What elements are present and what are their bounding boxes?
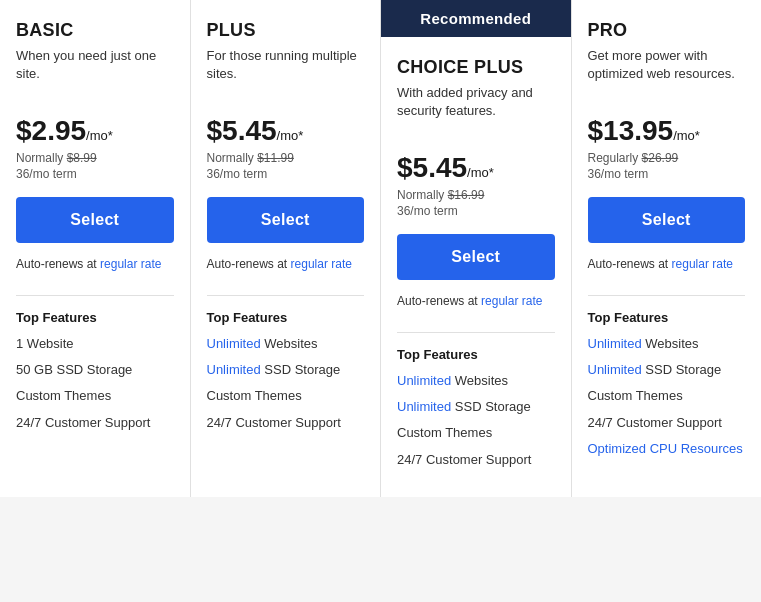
plan-name-pro: PRO [588, 20, 746, 41]
price-row-pro: $13.95/mo* [588, 115, 746, 147]
feature-highlight-pro-4: Optimized CPU Resources [588, 441, 743, 456]
feature-highlight-plus-0: Unlimited [207, 336, 261, 351]
price-main-basic: $2.95 [16, 115, 86, 146]
feature-item-choice-plus-1: Unlimited SSD Storage [397, 398, 555, 416]
feature-item-basic-0: 1 Website [16, 335, 174, 353]
price-main-plus: $5.45 [207, 115, 277, 146]
price-row-plus: $5.45/mo* [207, 115, 365, 147]
price-period-basic: /mo* [86, 128, 113, 143]
feature-item-plus-1: Unlimited SSD Storage [207, 361, 365, 379]
features-label-plus: Top Features [207, 310, 365, 325]
price-period-plus: /mo* [277, 128, 304, 143]
price-normal-choice-plus: Normally $16.99 [397, 188, 555, 202]
divider-basic [16, 295, 174, 296]
pricing-container: BASIC When you need just one site. $2.95… [0, 0, 761, 497]
auto-renews-basic: Auto-renews at regular rate [16, 257, 174, 271]
plan-col-plus: PLUS For those running multiple sites. $… [191, 0, 382, 497]
feature-item-pro-3: 24/7 Customer Support [588, 414, 746, 432]
divider-pro [588, 295, 746, 296]
feature-item-plus-0: Unlimited Websites [207, 335, 365, 353]
regular-rate-link-choice-plus[interactable]: regular rate [481, 294, 542, 308]
price-normal-basic: Normally $8.99 [16, 151, 174, 165]
price-normal-plus: Normally $11.99 [207, 151, 365, 165]
regular-rate-link-basic[interactable]: regular rate [100, 257, 161, 271]
select-button-pro[interactable]: Select [588, 197, 746, 243]
feature-highlight-plus-1: Unlimited [207, 362, 261, 377]
feature-item-plus-3: 24/7 Customer Support [207, 414, 365, 432]
feature-highlight-choice-plus-1: Unlimited [397, 399, 451, 414]
price-row-basic: $2.95/mo* [16, 115, 174, 147]
plan-name-plus: PLUS [207, 20, 365, 41]
plan-desc-pro: Get more power with optimized web resour… [588, 47, 746, 103]
plan-col-choice-plus: Recommended CHOICE PLUS With added priva… [381, 0, 572, 497]
divider-choice-plus [397, 332, 555, 333]
features-label-choice-plus: Top Features [397, 347, 555, 362]
plan-name-basic: BASIC [16, 20, 174, 41]
feature-highlight-choice-plus-0: Unlimited [397, 373, 451, 388]
regular-rate-link-plus[interactable]: regular rate [291, 257, 352, 271]
price-row-choice-plus: $5.45/mo* [397, 152, 555, 184]
auto-renews-choice-plus: Auto-renews at regular rate [397, 294, 555, 308]
price-term-basic: 36/mo term [16, 167, 174, 181]
plan-col-basic: BASIC When you need just one site. $2.95… [0, 0, 191, 497]
select-button-plus[interactable]: Select [207, 197, 365, 243]
feature-item-basic-3: 24/7 Customer Support [16, 414, 174, 432]
feature-item-basic-2: Custom Themes [16, 387, 174, 405]
feature-highlight-pro-0: Unlimited [588, 336, 642, 351]
price-main-pro: $13.95 [588, 115, 674, 146]
select-button-choice-plus[interactable]: Select [397, 234, 555, 280]
features-label-basic: Top Features [16, 310, 174, 325]
select-button-basic[interactable]: Select [16, 197, 174, 243]
price-term-choice-plus: 36/mo term [397, 204, 555, 218]
plan-desc-basic: When you need just one site. [16, 47, 174, 103]
plan-desc-plus: For those running multiple sites. [207, 47, 365, 103]
feature-item-pro-1: Unlimited SSD Storage [588, 361, 746, 379]
auto-renews-pro: Auto-renews at regular rate [588, 257, 746, 271]
price-term-plus: 36/mo term [207, 167, 365, 181]
feature-item-pro-2: Custom Themes [588, 387, 746, 405]
feature-item-choice-plus-2: Custom Themes [397, 424, 555, 442]
feature-item-pro-0: Unlimited Websites [588, 335, 746, 353]
auto-renews-plus: Auto-renews at regular rate [207, 257, 365, 271]
price-normal-pro: Regularly $26.99 [588, 151, 746, 165]
features-label-pro: Top Features [588, 310, 746, 325]
feature-item-plus-2: Custom Themes [207, 387, 365, 405]
divider-plus [207, 295, 365, 296]
price-period-pro: /mo* [673, 128, 700, 143]
feature-highlight-pro-1: Unlimited [588, 362, 642, 377]
feature-item-choice-plus-3: 24/7 Customer Support [397, 451, 555, 469]
plan-desc-choice-plus: With added privacy and security features… [397, 84, 555, 140]
plan-name-choice-plus: CHOICE PLUS [397, 57, 555, 78]
plan-col-pro: PRO Get more power with optimized web re… [572, 0, 762, 497]
price-period-choice-plus: /mo* [467, 165, 494, 180]
feature-item-basic-1: 50 GB SSD Storage [16, 361, 174, 379]
feature-item-pro-4: Optimized CPU Resources [588, 440, 746, 458]
price-main-choice-plus: $5.45 [397, 152, 467, 183]
feature-item-choice-plus-0: Unlimited Websites [397, 372, 555, 390]
regular-rate-link-pro[interactable]: regular rate [672, 257, 733, 271]
recommended-badge: Recommended [381, 0, 571, 37]
price-term-pro: 36/mo term [588, 167, 746, 181]
